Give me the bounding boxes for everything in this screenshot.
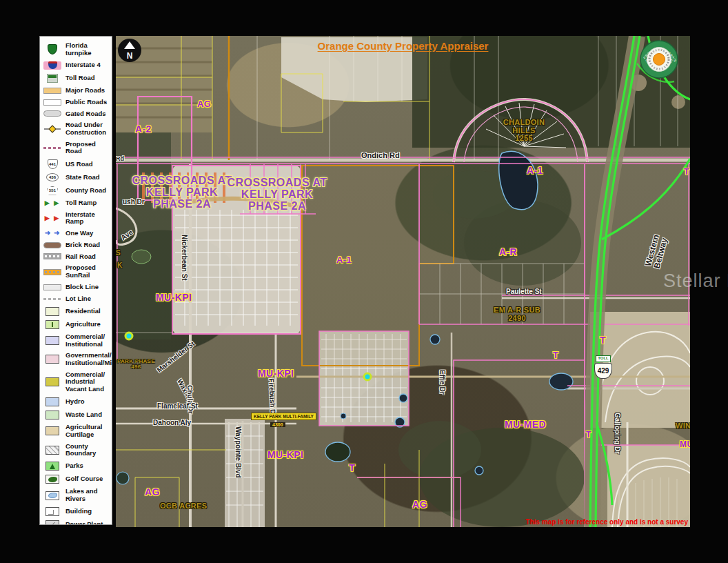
box-icon bbox=[43, 377, 62, 386]
arrows-icon: ▶ ▶ bbox=[43, 200, 62, 206]
legend-item-label: Rail Road bbox=[65, 253, 96, 261]
legend-item: Building bbox=[43, 505, 110, 518]
map-marker[interactable] bbox=[125, 333, 132, 339]
thin-arrows-icon: ➜ ➜ bbox=[43, 230, 62, 237]
turnpike-shield-icon bbox=[43, 44, 62, 55]
legend-item: County Boundary bbox=[43, 441, 110, 460]
legend-item: Proposed SunRail bbox=[43, 262, 110, 281]
legend-item-label: Agriculture bbox=[65, 321, 101, 328]
legend-item: Commercial/ Industrial Vacant Land bbox=[43, 369, 110, 395]
legend-item-label: Lot Line bbox=[65, 295, 91, 303]
interstate-shield-icon bbox=[43, 61, 62, 70]
legend-item: Block Line bbox=[43, 282, 110, 293]
map-title: Orange County Property Appraiser bbox=[318, 40, 489, 52]
legend-item: Parks bbox=[43, 460, 110, 473]
legend-item-label: Hydro bbox=[65, 398, 84, 406]
legend-item-label: Public Roads bbox=[65, 99, 107, 106]
us-shield-icon: 441 bbox=[43, 159, 62, 169]
rail-icon bbox=[43, 253, 62, 259]
legend-item-label: Parks bbox=[65, 462, 83, 470]
legend-item: Lakes and Rivers bbox=[43, 486, 110, 504]
dashed-icon bbox=[43, 147, 62, 149]
legend-item: Interstate 4 bbox=[43, 59, 110, 71]
legend-item: Major Roads bbox=[43, 85, 110, 97]
legend-item: Commercial/ Institutional bbox=[43, 331, 110, 350]
box-ag-icon bbox=[43, 320, 62, 329]
multifamily-badge: KELLY PARK MULTI-FAMILY bbox=[251, 413, 316, 420]
legend-item-label: Commercial/ Institutional bbox=[65, 333, 110, 348]
legend-item: Waste Land bbox=[43, 408, 110, 422]
legend-item: 441US Road bbox=[43, 157, 110, 171]
legend-item-label: Proposed SunRail bbox=[65, 264, 110, 279]
north-letter: N bbox=[127, 51, 133, 61]
legend-item-label: State Road bbox=[65, 174, 100, 181]
legend-item: ▶ ▶Toll Ramp bbox=[43, 197, 110, 209]
rail-icon bbox=[43, 269, 62, 275]
legend-item-label: US Road bbox=[65, 161, 93, 168]
legend-item: Agriculture bbox=[43, 318, 110, 331]
legend-item-label: Major Roads bbox=[65, 87, 105, 95]
legend-item: Residential bbox=[43, 304, 110, 317]
legend-item-label: Lakes and Rivers bbox=[65, 488, 110, 502]
legend-item: Power Plant bbox=[43, 518, 110, 525]
legend-list: Florida turnpikeInterstate 4Toll RoadMaj… bbox=[43, 40, 110, 525]
legend-item-label: Waste Land bbox=[65, 411, 102, 419]
map-viewport[interactable]: AGA-2CROSSROADS AT KELLY PARK PHASE 2ACR… bbox=[116, 36, 690, 527]
legend-item: Gated Roads bbox=[43, 108, 110, 119]
legend-item: Golf Course bbox=[43, 473, 110, 486]
legend-item: Proposed Road bbox=[43, 139, 110, 157]
map-disclaimer: This map is for reference only and is no… bbox=[525, 518, 688, 526]
legend-item: Rail Road bbox=[43, 251, 110, 263]
legend-item-label: Interstate Ramp bbox=[65, 211, 110, 226]
legend-item-label: Governmental/ Institutional/Misc bbox=[65, 352, 112, 366]
legend-item: Public Roads bbox=[43, 97, 110, 108]
legend-item-label: Florida turnpike bbox=[65, 42, 110, 57]
pentagon-icon: 551 bbox=[43, 186, 62, 195]
legend-item: ➜ ➜One Way bbox=[43, 228, 110, 239]
legend-item: Florida turnpike bbox=[43, 40, 110, 59]
legend-item-label: Residential bbox=[65, 308, 101, 315]
legend-item: Toll Road bbox=[43, 72, 110, 85]
legend-item-label: Block Line bbox=[65, 284, 99, 291]
arrows-icon: ▶ ▶ bbox=[43, 215, 62, 221]
legend-item-label: One Way bbox=[65, 230, 93, 237]
county-appraiser-seal: PROPERTY APPRAISER ORANGE COUNTY FLORIDA bbox=[639, 39, 679, 82]
legend-item: Brick Road bbox=[43, 239, 110, 251]
golf-icon bbox=[43, 475, 62, 484]
legend-panel: Florida turnpikeInterstate 4Toll RoadMaj… bbox=[39, 36, 112, 525]
legend-item: 436State Road bbox=[43, 171, 110, 184]
lakes-icon bbox=[43, 491, 62, 500]
north-arrow-icon: N bbox=[117, 38, 142, 66]
legend-item-label: Toll Ramp bbox=[65, 199, 97, 207]
toll-road-icon bbox=[43, 74, 62, 83]
legend-item: ▶ ▶Interstate Ramp bbox=[43, 209, 110, 228]
box-icon bbox=[43, 336, 62, 345]
box-icon bbox=[43, 397, 62, 406]
multifamily-number: 4300 bbox=[270, 422, 285, 427]
oval-icon: 436 bbox=[43, 173, 62, 181]
dashed-icon bbox=[43, 298, 62, 300]
parks-icon bbox=[43, 462, 62, 471]
legend-item: 551County Road bbox=[43, 184, 110, 197]
route-number: 429 bbox=[594, 363, 612, 379]
legend-item-label: Toll Road bbox=[65, 75, 95, 82]
county-icon bbox=[43, 446, 62, 455]
legend-item: Lot Line bbox=[43, 293, 110, 305]
map-marker[interactable] bbox=[364, 373, 371, 380]
legend-item-label: Proposed Road bbox=[65, 141, 110, 155]
legend-item: Road Under Construction bbox=[43, 119, 110, 138]
legend-item-label: Gated Roads bbox=[65, 110, 106, 118]
bar-icon bbox=[43, 99, 62, 106]
box-icon bbox=[43, 426, 62, 435]
map-canvas bbox=[116, 36, 690, 527]
legend-item-label: Commercial/ Industrial Vacant Land bbox=[65, 371, 110, 393]
box-icon bbox=[43, 307, 62, 316]
legend-item-label: County Boundary bbox=[65, 443, 110, 457]
pill-icon bbox=[43, 110, 62, 117]
legend-item: Governmental/ Institutional/Misc bbox=[43, 350, 110, 368]
legend-item-label: Golf Course bbox=[65, 475, 103, 483]
legend-item: Hydro bbox=[43, 395, 110, 408]
pill-icon bbox=[43, 242, 62, 248]
box-icon bbox=[43, 355, 62, 364]
legend-item-label: Building bbox=[65, 508, 92, 515]
